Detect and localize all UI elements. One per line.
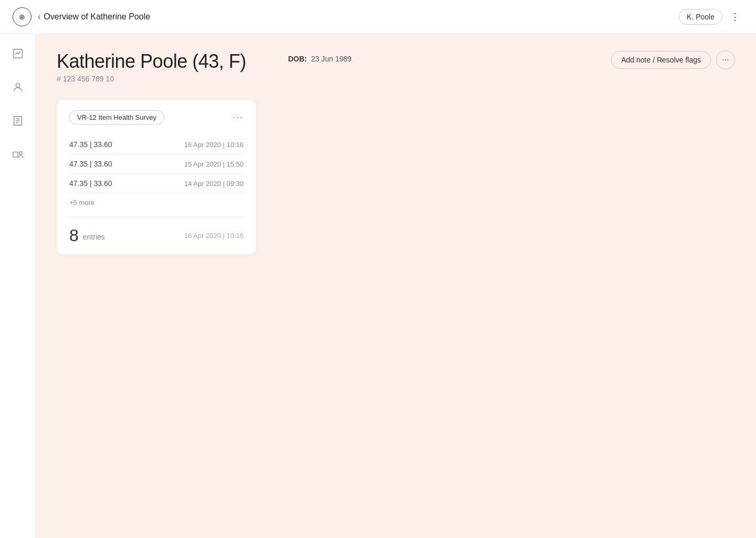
last-entry-date: 18 Apr 2020 | 10:16 <box>184 232 244 240</box>
more-actions-button[interactable]: ··· <box>716 50 735 69</box>
add-note-button[interactable]: Add note / Resolve flags <box>611 51 711 69</box>
sidebar-item-person[interactable] <box>8 78 27 97</box>
patient-dob: DOB: 23 Jun 1989 <box>288 55 352 63</box>
card-footer: 8 entries 18 Apr 2020 | 10:16 <box>69 218 244 244</box>
app-logo[interactable]: ⊕ <box>13 7 32 26</box>
topbar-more-button[interactable]: ⋮ <box>727 8 743 25</box>
entry-date: 16 Apr 2020 | 10:16 <box>184 141 244 149</box>
card-more-button[interactable]: ··· <box>233 112 244 123</box>
svg-rect-6 <box>13 152 17 157</box>
back-arrow-icon: ‹ <box>38 12 40 22</box>
svg-point-1 <box>16 84 19 87</box>
dob-label: DOB: <box>288 55 307 63</box>
topbar: ⊕ ‹ Overview of Katherine Poole K. Poole… <box>0 0 756 34</box>
count-number: 8 <box>69 227 79 244</box>
topbar-right: K. Poole ⋮ <box>679 8 743 25</box>
sidebar <box>0 34 36 538</box>
card-header: VR-12 Item Health Survey ··· <box>69 110 244 125</box>
table-row: 47.35 | 33.60 14 Apr 2020 | 09:30 <box>69 174 244 193</box>
sidebar-item-chart[interactable] <box>8 44 27 63</box>
entry-date: 14 Apr 2020 | 09:30 <box>184 180 244 188</box>
dob-value: 23 Jun 1989 <box>311 55 351 63</box>
user-name-label: K. Poole <box>687 13 715 21</box>
survey-card: VR-12 Item Health Survey ··· 47.35 | 33.… <box>57 100 256 254</box>
back-button[interactable]: ‹ Overview of Katherine Poole <box>38 12 150 22</box>
sidebar-item-group[interactable] <box>8 145 27 164</box>
topbar-left: ⊕ ‹ Overview of Katherine Poole <box>13 7 150 26</box>
entry-score: 47.35 | 33.60 <box>69 140 112 149</box>
sidebar-item-notes[interactable] <box>8 111 27 130</box>
patient-id: # 123 456 789 10 <box>57 75 246 83</box>
patient-actions: Add note / Resolve flags ··· <box>611 50 735 69</box>
entry-date: 15 Apr 2020 | 15:50 <box>184 160 244 168</box>
more-entries-link[interactable]: +5 more <box>69 193 244 218</box>
entries-count: 8 entries <box>69 227 105 244</box>
patient-name-block: Katherine Poole (43, F) # 123 456 789 10 <box>57 50 246 83</box>
survey-tag[interactable]: VR-12 Item Health Survey <box>69 110 164 125</box>
user-pill[interactable]: K. Poole <box>679 9 722 25</box>
patient-header: Katherine Poole (43, F) # 123 456 789 10… <box>57 50 735 83</box>
main-content: Katherine Poole (43, F) # 123 456 789 10… <box>36 34 756 538</box>
table-row: 47.35 | 33.60 15 Apr 2020 | 15:50 <box>69 154 244 174</box>
entries-label: entries <box>83 233 105 241</box>
patient-name: Katherine Poole (43, F) <box>57 50 246 73</box>
entry-score: 47.35 | 33.60 <box>69 160 112 168</box>
breadcrumb-title: Overview of Katherine Poole <box>44 12 150 22</box>
table-row: 47.35 | 33.60 16 Apr 2020 | 10:16 <box>69 135 244 154</box>
entry-score: 47.35 | 33.60 <box>69 179 112 188</box>
svg-point-7 <box>19 152 22 155</box>
